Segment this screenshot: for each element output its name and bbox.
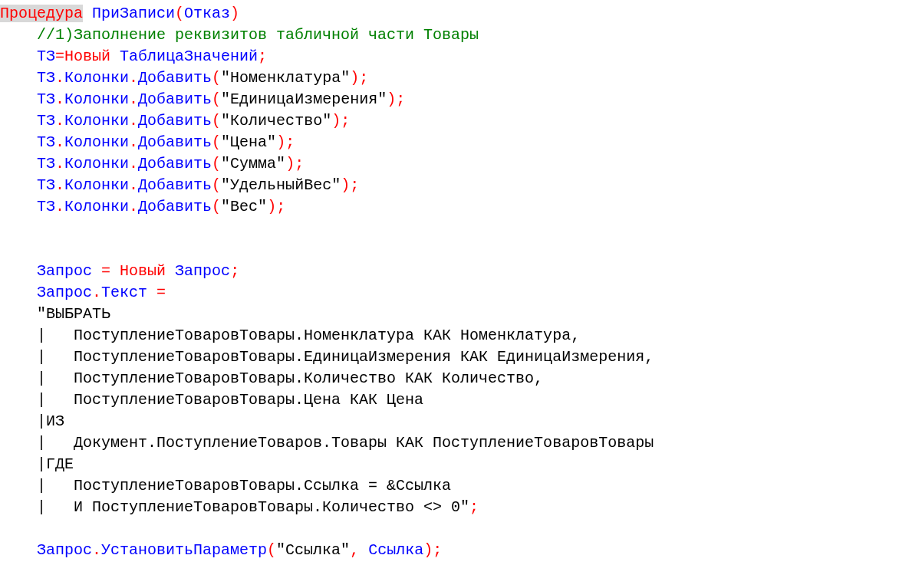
code-token: ТЗ — [37, 112, 55, 130]
code-token: Колонки — [64, 198, 129, 215]
code-token: ); — [331, 112, 350, 130]
code-token: ); — [387, 90, 405, 108]
code-token: "Ссылка" — [276, 541, 350, 559]
code-token: Запрос — [175, 262, 230, 280]
code-token: "Количество" — [221, 112, 331, 130]
code-line: Процедура ПриЗаписи(Отказ) — [0, 3, 899, 25]
code-line: "ВЫБРАТЬ — [0, 304, 899, 325]
code-line: ТЗ.Колонки.Добавить("Количество"); — [0, 110, 899, 132]
code-token: Колонки — [64, 133, 129, 151]
code-token: . — [92, 284, 101, 301]
code-token: . — [129, 198, 138, 215]
code-token: ); — [285, 155, 304, 172]
code-line: | ПоступлениеТоваровТовары.Количество КА… — [0, 368, 899, 389]
code-token: Запрос — [37, 284, 92, 301]
code-line: ТЗ.Колонки.Добавить("Цена"); — [0, 132, 899, 153]
code-line: | ПоступлениеТоваровТовары.Номенклатура … — [0, 325, 899, 347]
code-line: ТЗ.Колонки.Добавить("Номенклатура"); — [0, 67, 899, 89]
code-token: |ГДЕ — [37, 455, 74, 473]
code-token: . — [129, 155, 138, 172]
code-token — [110, 262, 120, 280]
code-token: Запрос — [37, 541, 92, 559]
code-token: Запрос — [37, 262, 92, 280]
code-line: |ИЗ — [0, 411, 899, 432]
code-token: . — [55, 198, 64, 215]
code-token: ТЗ — [37, 69, 55, 87]
code-token: ( — [212, 112, 221, 130]
code-token: ( — [212, 133, 221, 151]
code-token: ; — [258, 48, 267, 65]
code-token: Добавить — [138, 176, 212, 194]
code-token: ; — [469, 498, 479, 516]
code-token: | И ПоступлениеТоваровТовары.Количество … — [37, 498, 469, 516]
code-token: Новый — [120, 262, 166, 280]
code-token: Колонки — [64, 90, 129, 108]
code-token: |ИЗ — [37, 412, 64, 430]
code-token — [359, 541, 368, 559]
code-token: Добавить — [138, 69, 212, 87]
code-token: . — [129, 90, 138, 108]
code-token: ПриЗаписи — [92, 5, 175, 22]
code-token — [83, 5, 92, 22]
code-token: . — [55, 90, 64, 108]
code-line — [0, 218, 899, 239]
code-token: , — [350, 541, 359, 559]
code-token: . — [129, 69, 138, 87]
code-token: . — [92, 541, 101, 559]
code-block: Процедура ПриЗаписи(Отказ) //1)Заполнени… — [0, 0, 899, 561]
code-token: ); — [423, 541, 442, 559]
code-token: Колонки — [64, 155, 129, 172]
code-token: ( — [212, 198, 221, 215]
code-token: = — [55, 48, 64, 65]
code-token: . — [55, 69, 64, 87]
code-token: Колонки — [64, 69, 129, 87]
code-token: ТЗ — [37, 176, 55, 194]
code-token: "УдельныйВес" — [221, 176, 341, 194]
code-line: | И ПоступлениеТоваровТовары.Количество … — [0, 497, 899, 518]
code-token: Колонки — [64, 112, 129, 130]
code-line: | ПоступлениеТоваровТовары.ЕдиницаИзмере… — [0, 347, 899, 368]
code-token: ТЗ — [37, 90, 55, 108]
code-line: Запрос.Текст = — [0, 282, 899, 304]
code-token: ); — [350, 69, 368, 87]
code-token: Процедура — [0, 5, 83, 22]
code-token: ТЗ — [37, 198, 55, 215]
code-line: ТЗ.Колонки.Добавить("УдельныйВес"); — [0, 175, 899, 196]
code-token: | ПоступлениеТоваровТовары.Номенклатура … — [37, 327, 580, 344]
code-token: Добавить — [138, 198, 212, 215]
code-token: ); — [341, 176, 359, 194]
code-token: ( — [212, 155, 221, 172]
code-line: ТЗ=Новый ТаблицаЗначений; — [0, 46, 899, 67]
code-token: Новый — [64, 48, 110, 65]
code-token: | ПоступлениеТоваровТовары.Количество КА… — [37, 370, 543, 387]
code-token: . — [129, 112, 138, 130]
code-token: ( — [212, 69, 221, 87]
code-token: ; — [230, 262, 239, 280]
code-line — [0, 239, 899, 261]
code-line: Запрос.УстановитьПараметр("Ссылка", Ссыл… — [0, 540, 899, 561]
code-token: Добавить — [138, 112, 212, 130]
code-line — [0, 518, 899, 540]
code-token: "Сумма" — [221, 155, 285, 172]
code-token: | Документ.ПоступлениеТоваров.Товары КАК… — [37, 434, 654, 452]
code-token: . — [55, 155, 64, 172]
code-token: Добавить — [138, 90, 212, 108]
code-token: | ПоступлениеТоваровТовары.ЕдиницаИзмере… — [37, 348, 654, 366]
code-line: | ПоступлениеТоваровТовары.Ссылка = &Ссы… — [0, 475, 899, 497]
code-token: . — [129, 176, 138, 194]
code-token: ТаблицаЗначений — [120, 48, 258, 65]
code-token — [110, 48, 120, 65]
code-line: |ГДЕ — [0, 454, 899, 475]
code-token: УстановитьПараметр — [101, 541, 267, 559]
code-token: //1)Заполнение реквизитов табличной част… — [37, 26, 479, 44]
code-token: ( — [175, 5, 184, 22]
code-line: ТЗ.Колонки.Добавить("Вес"); — [0, 196, 899, 218]
code-token: "ЕдиницаИзмерения" — [221, 90, 387, 108]
code-token: . — [129, 133, 138, 151]
code-token: ТЗ — [37, 133, 55, 151]
code-token: Текст — [101, 284, 147, 301]
code-token: ( — [212, 90, 221, 108]
code-token: . — [55, 133, 64, 151]
code-token: Колонки — [64, 176, 129, 194]
code-token: = — [156, 284, 166, 301]
